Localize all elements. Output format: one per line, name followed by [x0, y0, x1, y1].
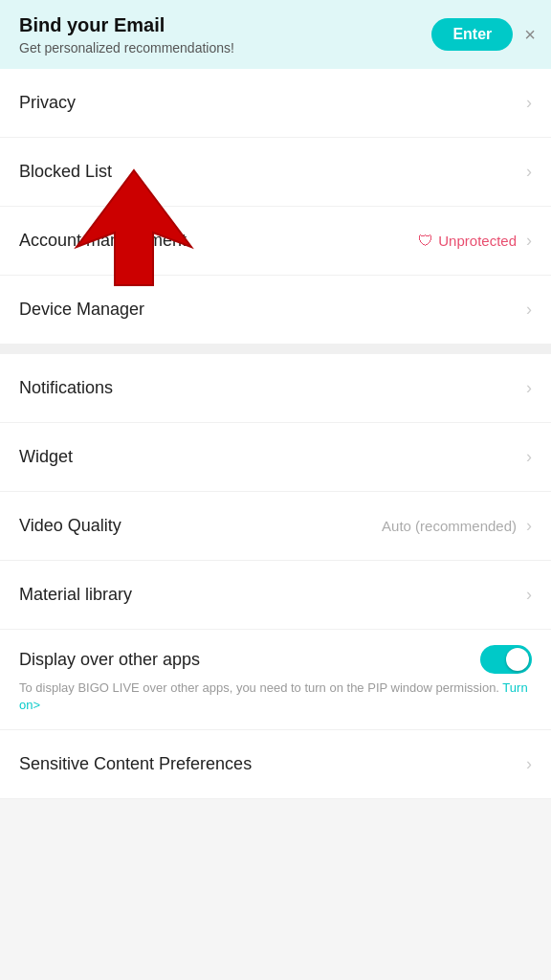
settings-group-2: Notifications › Widget › Video Quality A…: [0, 354, 551, 799]
account-management-label: Account management: [19, 231, 418, 251]
blocked-list-right: ›: [522, 162, 532, 182]
display-over-apps-top: Display over other apps: [19, 645, 532, 674]
widget-label: Widget: [19, 447, 522, 467]
material-library-right: ›: [522, 585, 532, 605]
toggle-track: [480, 645, 532, 674]
chevron-icon: ›: [526, 447, 532, 467]
sensitive-content-right: ›: [522, 754, 532, 774]
chevron-icon: ›: [526, 93, 532, 113]
settings-item-video-quality[interactable]: Video Quality Auto (recommended) ›: [0, 492, 551, 561]
device-manager-label: Device Manager: [19, 300, 522, 320]
sensitive-content-label: Sensitive Content Preferences: [19, 754, 522, 774]
toggle-thumb: [506, 648, 529, 671]
settings-item-material-library[interactable]: Material library ›: [0, 561, 551, 630]
privacy-right: ›: [522, 93, 532, 113]
blocked-list-label: Blocked List: [19, 162, 522, 182]
settings-item-display-over-apps[interactable]: Display over other apps To display BIGO …: [0, 630, 551, 730]
settings-item-privacy[interactable]: Privacy ›: [0, 69, 551, 138]
display-over-apps-label: Display over other apps: [19, 650, 480, 670]
chevron-icon: ›: [526, 378, 532, 398]
banner-title: Bind your Email: [19, 14, 431, 36]
unprotected-badge: 🛡 Unprotected: [418, 233, 517, 250]
enter-button[interactable]: Enter: [431, 18, 513, 51]
video-quality-value: Auto (recommended): [382, 518, 517, 534]
close-icon[interactable]: ×: [524, 25, 536, 44]
privacy-label: Privacy: [19, 93, 522, 113]
settings-item-sensitive-content[interactable]: Sensitive Content Preferences ›: [0, 730, 551, 799]
display-over-apps-desc: To display BIGO LIVE over other apps, yo…: [19, 679, 532, 714]
notifications-right: ›: [522, 378, 532, 398]
email-banner: Bind your Email Get personalized recomme…: [0, 0, 551, 69]
material-library-label: Material library: [19, 585, 522, 605]
display-over-apps-toggle[interactable]: [480, 645, 532, 674]
banner-subtitle: Get personalized recommendations!: [19, 40, 431, 56]
chevron-icon: ›: [526, 300, 532, 320]
chevron-icon: ›: [526, 585, 532, 605]
banner-actions: Enter ×: [431, 18, 536, 51]
notifications-label: Notifications: [19, 378, 522, 398]
chevron-icon: ›: [526, 754, 532, 774]
settings-group-1: Privacy › Blocked List › Account managem…: [0, 69, 551, 345]
chevron-icon: ›: [526, 231, 532, 251]
chevron-icon: ›: [526, 516, 532, 536]
settings-item-widget[interactable]: Widget ›: [0, 423, 551, 492]
settings-item-notifications[interactable]: Notifications ›: [0, 354, 551, 423]
video-quality-label: Video Quality: [19, 516, 382, 536]
turn-on-link[interactable]: Turn on>: [19, 680, 528, 712]
unprotected-label: Unprotected: [438, 233, 517, 249]
video-quality-right: Auto (recommended) ›: [382, 516, 532, 536]
chevron-icon: ›: [526, 162, 532, 182]
shield-icon: 🛡: [418, 233, 433, 250]
settings-item-blocked-list[interactable]: Blocked List ›: [0, 138, 551, 207]
account-management-right: 🛡 Unprotected ›: [418, 231, 532, 251]
settings-item-device-manager[interactable]: Device Manager ›: [0, 276, 551, 345]
settings-item-account-management[interactable]: Account management 🛡 Unprotected ›: [0, 207, 551, 276]
device-manager-right: ›: [522, 300, 532, 320]
widget-right: ›: [522, 447, 532, 467]
banner-text: Bind your Email Get personalized recomme…: [19, 14, 431, 56]
section-separator: [0, 345, 551, 354]
